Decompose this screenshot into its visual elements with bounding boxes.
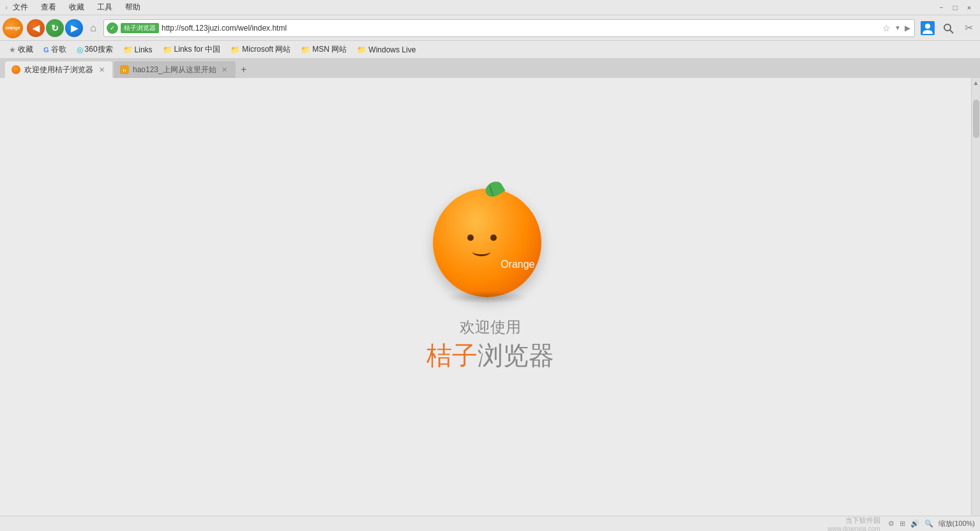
scrollbar-thumb[interactable] — [973, 100, 979, 138]
user-profile-button[interactable] — [919, 19, 937, 37]
orange-mascot: Orange — [433, 182, 548, 304]
screen-icon[interactable]: ⊞ — [900, 519, 905, 528]
bookmark-links-china-label: Links for 中国 — [174, 44, 221, 55]
address-bar-container: ✓ 桔子浏览器 ☆ ▼ ▶ — [103, 19, 915, 37]
user-icon — [921, 21, 935, 35]
svg-line-3 — [950, 30, 953, 33]
address-bar-right-buttons: ☆ ▼ ▶ — [881, 22, 912, 35]
scissors-button[interactable]: ✂ — [960, 19, 977, 37]
bookmark-links[interactable]: 📁 Links — [119, 44, 156, 56]
bookmark-links-label: Links — [135, 45, 153, 54]
zoom-level: 缩放(100%) — [939, 519, 975, 528]
menu-tools[interactable]: 工具 — [94, 1, 115, 14]
folder-icon-links-china: 📁 — [163, 45, 172, 54]
360-icon: ◎ — [77, 45, 83, 54]
bookmark-msn-label: MSN 网站 — [312, 44, 347, 55]
bookmark-star-icon[interactable]: ☆ — [881, 22, 892, 35]
browser-logo: orange — [3, 18, 23, 38]
folder-icon-microsoft: 📁 — [230, 45, 240, 54]
welcome-brand-part2: 浏览器 — [478, 341, 554, 369]
nav-right-buttons: ✂ — [919, 19, 977, 37]
title-bar-left: › 文件 查看 收藏 工具 帮助 — [5, 1, 143, 14]
search-button[interactable] — [939, 19, 957, 37]
svg-point-1 — [925, 24, 930, 29]
title-bar-controls: － □ × — [935, 2, 975, 13]
tab-welcome-close[interactable]: ✕ — [97, 65, 106, 74]
dropdown-icon[interactable]: ▼ — [893, 23, 902, 33]
tab-hao123-label: hao123_上网从这里开始 — [133, 65, 216, 75]
watermark-container: 当下软件园 www.downxia.com — [827, 516, 880, 532]
refresh-button[interactable]: ↻ — [46, 19, 64, 37]
forward-nav-icon[interactable]: ▶ — [903, 22, 912, 34]
scrollbar[interactable]: ▲ — [971, 78, 980, 516]
tab-orange-icon — [11, 65, 20, 74]
tab-bar: 欢迎使用桔子浏览器 ✕ h hao123_上网从这里开始 ✕ + — [0, 59, 980, 78]
title-bar-menu: 文件 查看 收藏 工具 帮助 — [10, 1, 143, 14]
menu-bookmarks[interactable]: 收藏 — [66, 1, 87, 14]
settings-icon[interactable]: ⚙ — [888, 519, 894, 528]
welcome-line1: 欢迎使用 — [426, 316, 554, 338]
bookmark-collections[interactable]: ★ 收藏 — [5, 43, 37, 56]
security-badge: 桔子浏览器 — [121, 23, 159, 33]
orange-smile — [472, 247, 490, 256]
tab-hao123-icon: h — [120, 65, 129, 74]
bookmarks-bar: ★ 收藏 G 谷歌 ◎ 360搜索 📁 Links 📁 Links for 中国… — [0, 41, 980, 59]
svg-text:h: h — [123, 68, 126, 73]
bookmark-collections-label: 收藏 — [18, 44, 33, 55]
folder-icon-msn: 📁 — [301, 45, 310, 54]
welcome-brand-part1: 桔子 — [426, 341, 478, 369]
tab-hao123-close[interactable]: ✕ — [220, 65, 229, 74]
nav-bar: orange ◀ ↻ ▶ ⌂ ✓ 桔子浏览器 ☆ ▼ ▶ ✂ — [0, 15, 980, 41]
menu-file[interactable]: 文件 — [10, 1, 31, 14]
title-bar-more: › — [5, 3, 8, 12]
orange-mascot-text: Orange — [501, 259, 534, 270]
bookmark-microsoft-label: Microsoft 网站 — [242, 44, 290, 55]
maximize-button[interactable]: □ — [949, 2, 961, 13]
bookmark-windows-live-label: Windows Live — [368, 45, 416, 54]
menu-help[interactable]: 帮助 — [123, 1, 143, 14]
watermark-url: www.downxia.com — [827, 525, 880, 532]
welcome-text: 欢迎使用 桔子浏览器 — [426, 316, 554, 374]
bookmark-windows-live[interactable]: 📁 Windows Live — [353, 44, 419, 56]
star-icon: ★ — [9, 45, 16, 54]
bookmark-microsoft[interactable]: 📁 Microsoft 网站 — [227, 43, 294, 56]
bookmark-links-china[interactable]: 📁 Links for 中国 — [159, 43, 225, 56]
tab-hao123[interactable]: h hao123_上网从这里开始 ✕ — [114, 61, 236, 78]
address-input[interactable] — [162, 24, 878, 33]
new-tab-button[interactable]: + — [237, 63, 251, 77]
bookmark-360[interactable]: ◎ 360搜索 — [73, 43, 117, 56]
status-bar: 当下软件园 www.downxia.com ⚙ ⊞ 🔊 🔍 缩放(100%) — [0, 516, 980, 531]
content-area: ▲ Orange 欢迎使用 桔子浏览器 — [0, 78, 980, 516]
bookmark-google-label: 谷歌 — [51, 44, 66, 55]
welcome-content: Orange 欢迎使用 桔子浏览器 — [426, 182, 554, 374]
home-button[interactable]: ⌂ — [86, 20, 101, 36]
orange-eye-right — [490, 235, 497, 241]
orange-shadow — [446, 291, 529, 304]
bookmark-msn[interactable]: 📁 MSN 网站 — [297, 43, 351, 56]
watermark-name: 当下软件园 — [827, 516, 880, 525]
google-icon: G — [43, 46, 49, 54]
bookmark-google[interactable]: G 谷歌 — [40, 43, 70, 56]
orange-body: Orange — [433, 189, 541, 297]
folder-icon-windows-live: 📁 — [357, 45, 366, 54]
orange-eye-left — [467, 235, 474, 241]
minimize-button[interactable]: － — [935, 2, 947, 13]
zoom-search-icon[interactable]: 🔍 — [924, 519, 933, 528]
bookmark-360-label: 360搜索 — [85, 44, 113, 55]
folder-icon-links: 📁 — [123, 45, 133, 54]
search-icon — [942, 22, 954, 34]
scrollbar-arrow-up[interactable]: ▲ — [972, 78, 981, 87]
security-icon: ✓ — [107, 22, 118, 34]
status-right: 当下软件园 www.downxia.com ⚙ ⊞ 🔊 🔍 缩放(100%) — [827, 516, 975, 532]
volume-icon[interactable]: 🔊 — [910, 519, 919, 528]
back-button[interactable]: ◀ — [27, 19, 45, 37]
menu-view[interactable]: 查看 — [38, 1, 59, 14]
tab-welcome-label: 欢迎使用桔子浏览器 — [24, 65, 93, 75]
tab-welcome[interactable]: 欢迎使用桔子浏览器 ✕ — [5, 61, 112, 78]
welcome-line2: 桔子浏览器 — [426, 337, 554, 373]
svg-point-2 — [944, 24, 951, 31]
title-bar: › 文件 查看 收藏 工具 帮助 － □ × — [0, 0, 980, 15]
forward-button[interactable]: ▶ — [65, 19, 83, 37]
close-button[interactable]: × — [963, 2, 975, 13]
